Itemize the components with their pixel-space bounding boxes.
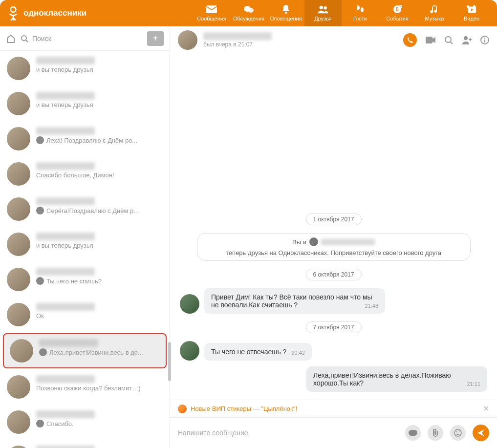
message-input[interactable]	[178, 429, 398, 437]
messages-area: 1 октября 2017 Вы и теперь друзья на Одн…	[170, 54, 497, 400]
conversation-preview: Ты чего не спишь?	[36, 277, 163, 285]
message-time: 21:11	[467, 381, 480, 387]
conversation-avatar	[7, 162, 30, 186]
chat-search-icon[interactable]	[444, 36, 453, 44]
nav-messages[interactable]: Сообщения	[193, 0, 230, 26]
nav-label: Сообщения	[197, 16, 226, 21]
nav-label: Обсуждения	[233, 16, 264, 21]
friends-icon	[318, 5, 328, 14]
message-avatar[interactable]	[180, 341, 199, 361]
nav-label: Друзья	[314, 16, 332, 21]
date-separator: 6 октября 2017	[306, 269, 362, 280]
nav-events[interactable]: 5+События	[379, 0, 416, 26]
message-bubble[interactable]: Привет Дим! Как ты? Всё таки повезло нам…	[204, 288, 385, 314]
bell-icon	[281, 5, 291, 14]
promo-text: Новые ВИП стикеры — "Цыплёнок"!	[191, 405, 297, 412]
svg-point-18	[445, 37, 451, 43]
conversation-item[interactable]: и вы теперь друзья	[0, 227, 170, 262]
conversation-item[interactable]: Леха! Поздравляю с Днём ро...	[0, 121, 170, 156]
add-user-icon[interactable]	[462, 36, 472, 44]
video-icon	[466, 5, 477, 14]
conversation-item[interactable]: Серёга!Поздравляю с Днём р...	[0, 192, 170, 227]
new-chat-button[interactable]: +	[147, 31, 164, 46]
conversation-name	[36, 197, 95, 205]
promo-bar[interactable]: Новые ВИП стикеры — "Цыплёнок"! ✕	[170, 400, 497, 417]
conversation-name	[39, 339, 98, 347]
chat-avatar[interactable]	[178, 30, 197, 50]
conversation-preview: Позвоню скажи когда? безлимит…)	[36, 384, 163, 392]
mini-avatar-icon	[36, 420, 44, 427]
conversation-item[interactable]: Спасибо.	[0, 405, 170, 440]
promo-close-icon[interactable]: ✕	[483, 404, 489, 413]
conversation-item[interactable]: Нормалек	[0, 440, 170, 448]
conversation-item[interactable]: Позвоню скажи когда? безлимит…)	[0, 369, 170, 405]
brand-text: одноклассники	[23, 8, 86, 18]
video-call-icon[interactable]	[426, 37, 435, 43]
nav-friends[interactable]: Друзья	[304, 0, 342, 26]
message-avatar[interactable]	[180, 294, 199, 314]
info-icon[interactable]	[480, 36, 489, 44]
logo[interactable]: одноклассники	[7, 5, 86, 21]
send-button[interactable]	[473, 425, 489, 441]
nav-video[interactable]: Видео	[453, 0, 490, 26]
conversation-item[interactable]: Ок	[0, 297, 170, 332]
svg-point-15	[473, 5, 476, 8]
sidebar-scrollbar[interactable]	[168, 342, 171, 381]
conversation-name	[36, 57, 95, 64]
nav-discussions[interactable]: Обсуждения	[230, 0, 267, 26]
nav-label: Видео	[464, 16, 479, 21]
sidebar-top: Поиск +	[0, 26, 170, 51]
conversation-item[interactable]: Ты чего не спишь?	[0, 262, 170, 297]
conversation-name	[36, 92, 95, 100]
compose-bar	[170, 417, 497, 448]
svg-point-24	[454, 429, 461, 436]
svg-point-19	[464, 36, 468, 40]
nav-guests[interactable]: Гости	[342, 0, 379, 26]
message-bubble[interactable]: Ты чего не отвечаешь ?20:42	[204, 343, 312, 361]
mini-avatar-icon	[36, 136, 44, 144]
games-icon[interactable]	[405, 425, 421, 441]
conversation-item[interactable]: Леха,привет!Извини,весь в де...	[3, 333, 167, 368]
nav-music[interactable]: Музыка	[416, 0, 453, 26]
message-in: Привет Дим! Как ты? Всё таки повезло нам…	[180, 288, 487, 314]
search-input[interactable]: Поиск	[21, 35, 142, 43]
chat-icon	[243, 5, 254, 14]
call-button[interactable]	[403, 33, 417, 47]
message-in: Ты чего не отвечаешь ?20:42	[180, 341, 487, 361]
conversation-name	[36, 268, 95, 276]
message-time: 20:42	[291, 350, 305, 356]
conversation-avatar	[7, 127, 30, 150]
conversation-name	[36, 233, 95, 240]
chat-pane: был вчера в 21:07 1 октября 2017 Вы и те…	[170, 26, 497, 448]
conversation-item[interactable]: и вы теперь друзья	[0, 86, 170, 121]
conversation-preview: Спасибо большое, Димон!	[36, 171, 163, 179]
sticker-icon[interactable]	[450, 425, 466, 441]
conversation-preview: Ок	[36, 312, 163, 320]
conversation-avatar	[7, 303, 30, 326]
nav-label: Гости	[353, 16, 367, 21]
svg-point-7	[357, 5, 360, 10]
conversation-avatar	[7, 197, 30, 221]
message-bubble[interactable]: Леха,привет!Извини,весь в делах.Поживаю …	[306, 366, 487, 392]
conversation-name	[36, 446, 95, 448]
conversation-avatar	[7, 410, 30, 434]
system-user-name	[321, 239, 375, 245]
mini-avatar-icon	[36, 207, 44, 214]
svg-point-14	[467, 5, 470, 8]
attach-icon[interactable]	[428, 425, 443, 441]
conversation-name	[36, 410, 95, 418]
svg-point-21	[484, 38, 485, 39]
svg-point-3	[248, 8, 254, 13]
svg-point-0	[11, 7, 16, 12]
nav-notifications[interactable]: Оповещения	[267, 0, 304, 26]
chat-status: был вчера в 21:07	[203, 41, 397, 48]
conversation-item[interactable]: Спасибо большое, Димон!	[0, 156, 170, 192]
svg-point-5	[320, 6, 323, 9]
home-icon[interactable]	[6, 34, 16, 43]
nav-label: Музыка	[425, 16, 444, 21]
svg-rect-1	[206, 5, 217, 13]
conversation-avatar	[7, 446, 30, 448]
conversation-item[interactable]: и вы теперь друзья	[0, 51, 170, 86]
ok-logo-icon	[7, 5, 20, 21]
nav-label: Оповещения	[270, 16, 302, 21]
